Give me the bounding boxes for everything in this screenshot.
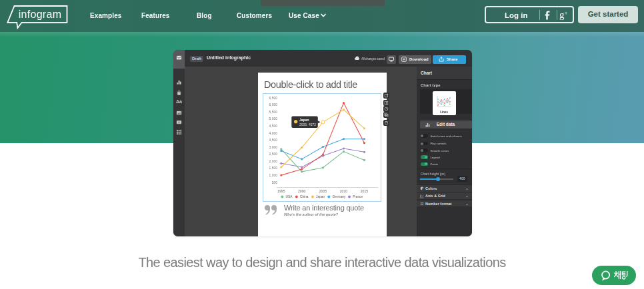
svg-text:3,500: 3,500 — [269, 138, 277, 142]
svg-text:5,500: 5,500 — [269, 110, 277, 114]
svg-text:2010: 2010 — [339, 189, 347, 193]
svg-text:6,000: 6,000 — [269, 103, 277, 107]
svg-text:infogram: infogram — [19, 9, 62, 20]
svg-text:1,500: 1,500 — [269, 166, 277, 170]
svg-text:500: 500 — [271, 180, 277, 184]
svg-text:1,000: 1,000 — [269, 173, 277, 177]
svg-text:2005: 4572: 2005: 4572 — [299, 123, 316, 127]
svg-text:3,000: 3,000 — [269, 145, 277, 149]
svg-text:USA: USA — [285, 196, 293, 199]
svg-text:2005: 2005 — [319, 189, 327, 193]
svg-text:1995: 1995 — [277, 189, 285, 193]
svg-text:2,500: 2,500 — [269, 152, 277, 156]
svg-text:Japan: Japan — [316, 196, 325, 199]
svg-text:4,000: 4,000 — [269, 131, 277, 135]
svg-text:6,500: 6,500 — [269, 96, 277, 100]
svg-text:2000: 2000 — [297, 189, 305, 193]
svg-text:China: China — [300, 196, 309, 199]
svg-text:Germany: Germany — [332, 196, 345, 199]
svg-text:2015: 2015 — [360, 189, 368, 193]
svg-text:4,500: 4,500 — [269, 124, 277, 128]
svg-text:5,000: 5,000 — [269, 117, 277, 121]
svg-text:France: France — [353, 196, 363, 199]
svg-text:Japan: Japan — [299, 118, 309, 122]
svg-text:2,000: 2,000 — [269, 159, 277, 163]
